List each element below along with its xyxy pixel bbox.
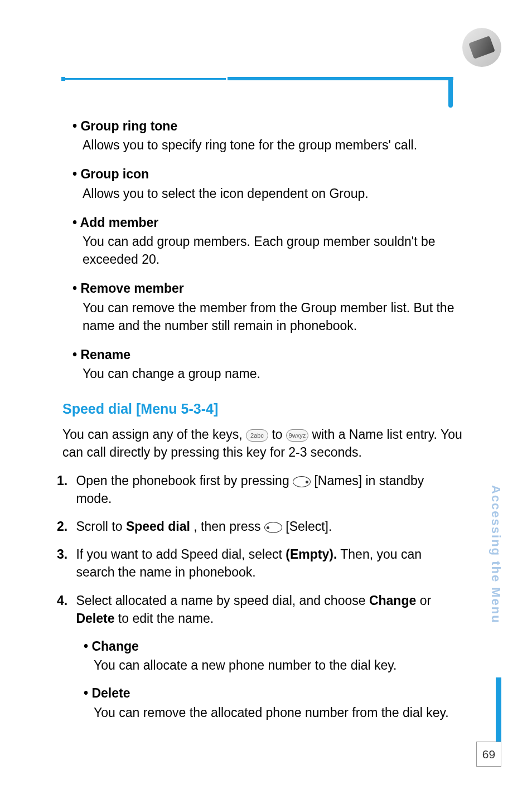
subbullet-change: • Change You can allocate a new phone nu… bbox=[72, 637, 476, 674]
rule-drop bbox=[448, 77, 453, 108]
bullet-body: You can change a group name. bbox=[83, 365, 476, 382]
step-number: 3. bbox=[57, 545, 72, 563]
step-body: Scroll to Speed dial , then press [Selec… bbox=[76, 517, 444, 535]
step-bold: Delete bbox=[76, 611, 114, 626]
step-text: Scroll to bbox=[76, 519, 125, 534]
rule-thick bbox=[228, 77, 453, 80]
phone-icon-inner bbox=[468, 36, 495, 59]
bullet-body: You can remove the member from the Group… bbox=[83, 299, 476, 335]
step-4: 4. Select allocated a name by speed dial… bbox=[72, 592, 476, 627]
step-text: Open the phonebook first by pressing bbox=[76, 473, 293, 488]
phone-icon bbox=[462, 28, 501, 67]
step-text: If you want to add Speed dial, select bbox=[76, 547, 286, 561]
subbullet-body: You can remove the allocated phone numbe… bbox=[94, 704, 476, 721]
bullet-body: You can add group members. Each group me… bbox=[83, 233, 476, 268]
step-body: Open the phonebook first by pressing [Na… bbox=[76, 472, 444, 507]
page-number: 69 bbox=[476, 742, 501, 767]
bullet-body: Allows you to specify ring tone for the … bbox=[83, 136, 476, 154]
step-body: Select allocated a name by speed dial, a… bbox=[76, 592, 444, 627]
step-bold: Change bbox=[369, 593, 416, 608]
step-body: If you want to add Speed dial, select (E… bbox=[76, 545, 444, 581]
bullet-add-member: • Add member You can add group members. … bbox=[72, 214, 476, 269]
bullet-title: • Rename bbox=[72, 346, 476, 364]
step-number: 1. bbox=[57, 472, 72, 490]
subbullet-delete: • Delete You can remove the allocated ph… bbox=[72, 684, 476, 721]
step-2: 2. Scroll to Speed dial , then press [Se… bbox=[72, 517, 476, 535]
bullet-group-icon: • Group icon Allows you to select the ic… bbox=[72, 165, 476, 202]
rule-thin bbox=[64, 78, 226, 80]
page-content: • Group ring tone Allows you to specify … bbox=[0, 84, 532, 721]
step-text: Select allocated a name by speed dial, a… bbox=[76, 593, 369, 608]
step-3: 3. If you want to add Speed dial, select… bbox=[72, 545, 476, 581]
step-1: 1. Open the phonebook first by pressing … bbox=[72, 472, 476, 507]
step-bold: Speed dial bbox=[126, 519, 190, 534]
bullet-rename: • Rename You can change a group name. bbox=[72, 346, 476, 382]
subbullet-title: • Change bbox=[84, 637, 476, 655]
page-header bbox=[0, 0, 532, 84]
step-number: 4. bbox=[57, 592, 72, 609]
step-bold: (Empty). bbox=[286, 547, 337, 561]
right-softkey-icon bbox=[293, 476, 311, 487]
bullet-group-ring-tone: • Group ring tone Allows you to specify … bbox=[72, 117, 476, 154]
left-softkey-icon bbox=[264, 522, 282, 533]
bullet-title: • Remove member bbox=[72, 279, 476, 297]
bullet-remove-member: • Remove member You can remove the membe… bbox=[72, 279, 476, 335]
bullet-body: Allows you to select the icon dependent … bbox=[83, 185, 476, 202]
step-text: or bbox=[420, 593, 431, 608]
bullet-title: • Group ring tone bbox=[72, 117, 476, 135]
subbullet-title: • Delete bbox=[84, 684, 476, 702]
sidebar-label: Accessing the Menu bbox=[489, 485, 503, 624]
section-speed-dial-title: Speed dial [Menu 5-3-4] bbox=[62, 399, 476, 419]
step-number: 2. bbox=[57, 517, 72, 535]
key-9-icon: 9wxyz bbox=[286, 429, 308, 442]
section-intro: You can assign any of the keys, 2abc to … bbox=[62, 425, 476, 461]
subbullet-body: You can allocate a new phone number to t… bbox=[94, 656, 476, 674]
page-accent-bar bbox=[496, 677, 501, 742]
step-text: , then press bbox=[194, 519, 264, 534]
step-text: [Select]. bbox=[286, 519, 332, 534]
intro-text-pre: You can assign any of the keys, bbox=[62, 427, 246, 442]
intro-text-mid: to bbox=[272, 427, 286, 442]
step-text: to edit the name. bbox=[118, 611, 214, 626]
bullet-title: • Add member bbox=[72, 214, 476, 231]
key-2-icon: 2abc bbox=[246, 429, 268, 442]
bullet-title: • Group icon bbox=[72, 165, 476, 183]
